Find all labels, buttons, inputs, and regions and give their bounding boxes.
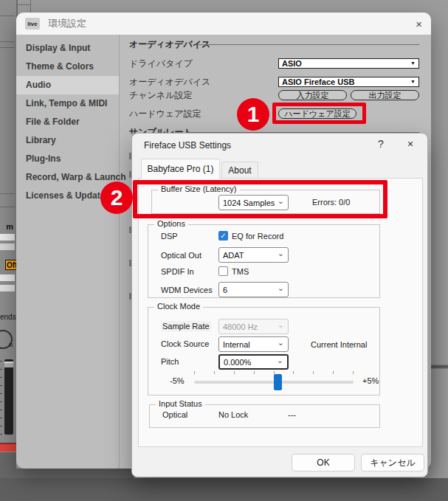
sample-rate-value: 48000 Hz bbox=[223, 322, 258, 331]
pitch-label: Pitch bbox=[161, 356, 179, 367]
fader-tick bbox=[0, 426, 2, 426]
sidebar-item-file-folder[interactable]: File & Folder bbox=[16, 113, 119, 131]
driver-type-dropdown[interactable]: ASIO ▼ bbox=[278, 58, 419, 69]
preferences-sidebar: Display & Input Theme & Colors Audio Lin… bbox=[16, 35, 120, 469]
dialog-title: Fireface USB Settings bbox=[144, 140, 231, 151]
annotation-rect-1 bbox=[272, 103, 366, 124]
audio-device-dropdown[interactable]: ASIO Fireface USB ▼ bbox=[278, 77, 419, 87]
slider-max-label: +5% bbox=[362, 376, 379, 386]
strip-line bbox=[0, 15, 15, 16]
eq-for-record-label: EQ for Record bbox=[232, 231, 283, 241]
strip-line bbox=[0, 207, 15, 207]
slider-min-label: -5% bbox=[170, 376, 185, 386]
input-status-group: Input Status Optical No Lock --- bbox=[149, 404, 380, 428]
fader-tick bbox=[0, 377, 2, 378]
send-knob-label: B bbox=[9, 342, 13, 348]
pitch-slider-thumb[interactable] bbox=[274, 374, 282, 390]
wdm-devices-label: WDM Devices bbox=[161, 285, 213, 295]
audio-device-label: オーディオデバイス bbox=[129, 76, 210, 88]
current-internal-text: Current Internal bbox=[311, 339, 367, 350]
optical-out-value: ADAT bbox=[223, 251, 244, 260]
wdm-devices-dropdown[interactable]: 6 ⌄ bbox=[218, 282, 289, 297]
driver-type-value: ASIO bbox=[282, 59, 302, 68]
tab-about[interactable]: About bbox=[221, 162, 258, 179]
clip-slot-bar[interactable] bbox=[0, 285, 15, 291]
cancel-button[interactable]: キャンセル bbox=[361, 454, 424, 471]
fader-tick bbox=[0, 369, 2, 370]
fader-tick bbox=[0, 434, 2, 435]
volume-fader-cap[interactable] bbox=[4, 362, 13, 367]
close-icon[interactable]: × bbox=[402, 138, 418, 150]
input-status-group-title: Input Status bbox=[156, 399, 205, 408]
clock-mode-group-title: Clock Mode bbox=[154, 302, 203, 311]
channel-config-label: チャンネル設定 bbox=[129, 89, 192, 101]
eq-for-record-checkbox[interactable]: ✓ bbox=[218, 231, 228, 241]
desktop-dark-bottom bbox=[0, 478, 448, 501]
fader-tick bbox=[0, 361, 2, 362]
bg-vline bbox=[30, 0, 31, 13]
options-group: Options DSP ✓ EQ for Record Optical Out … bbox=[148, 224, 380, 298]
wdm-devices-value: 6 bbox=[223, 286, 227, 294]
close-icon[interactable]: × bbox=[416, 18, 422, 30]
annotation-circle-1: 1 bbox=[237, 98, 269, 131]
tms-label: TMS bbox=[232, 266, 249, 277]
volume-fader[interactable] bbox=[4, 359, 13, 435]
input-config-button[interactable]: 入力設定 bbox=[278, 90, 347, 100]
mute-label: m bbox=[0, 222, 13, 231]
help-icon[interactable]: ? bbox=[373, 138, 389, 150]
annotation-circle-2: 2 bbox=[100, 182, 133, 214]
sidebar-item-link-tempo-midi[interactable]: Link, Tempo & MIDI bbox=[16, 94, 119, 113]
live-main-window-strip: m Off ends B bbox=[0, 0, 18, 452]
driver-type-label: ドライバタイプ bbox=[129, 58, 193, 69]
checkmark-icon: ✓ bbox=[220, 232, 226, 240]
clip-slot-bar[interactable] bbox=[0, 274, 15, 281]
strip-line bbox=[0, 193, 15, 194]
sidebar-item-library[interactable]: Library bbox=[16, 131, 119, 150]
tab-babyface-pro[interactable]: Babyface Pro (1) bbox=[141, 159, 220, 179]
fader-tick bbox=[0, 385, 2, 386]
sidebar-item-plugins[interactable]: Plug-Ins bbox=[16, 150, 119, 168]
chevron-down-icon: ⌄ bbox=[278, 249, 284, 258]
chevron-down-icon: ⌄ bbox=[278, 283, 284, 293]
pitch-value: 0.000% bbox=[224, 358, 251, 367]
pitch-dropdown[interactable]: 0.000% ⌄ bbox=[218, 354, 289, 370]
preferences-titlebar: live 環境設定 × bbox=[16, 13, 431, 35]
screenshot-root: m Off ends B live 環境設定 × Display & Input… bbox=[0, 0, 448, 501]
clock-source-dropdown[interactable]: Internal ⌄ bbox=[218, 336, 289, 352]
fader-tick bbox=[0, 410, 2, 410]
spdif-in-label: SPDIF In bbox=[161, 266, 194, 277]
chevron-down-icon: ⌄ bbox=[277, 356, 283, 365]
sends-label: ends bbox=[0, 313, 15, 321]
optical-out-dropdown[interactable]: ADAT ⌄ bbox=[218, 247, 289, 263]
audio-device-value: ASIO Fireface USB bbox=[282, 77, 354, 86]
sidebar-item-audio[interactable]: Audio bbox=[16, 76, 119, 94]
desktop-right-line bbox=[431, 364, 448, 369]
dashes-text: --- bbox=[288, 410, 296, 420]
section-rule bbox=[197, 44, 419, 45]
tms-checkbox[interactable] bbox=[218, 266, 228, 276]
strip-line bbox=[0, 47, 15, 48]
clip-slot-bar[interactable] bbox=[0, 243, 15, 250]
dropdown-arrow-icon: ▼ bbox=[410, 77, 416, 86]
clock-source-label: Clock Source bbox=[161, 339, 209, 349]
sidebar-item-display-input[interactable]: Display & Input bbox=[16, 39, 119, 58]
live-logo-badge: live bbox=[25, 18, 40, 30]
sidebar-item-theme-colors[interactable]: Theme & Colors bbox=[16, 58, 119, 76]
chevron-down-icon: ⌄ bbox=[278, 320, 284, 330]
clip-slot-bar[interactable] bbox=[0, 234, 15, 241]
sample-rate-label: Sample Rate bbox=[161, 321, 211, 331]
hardware-setup-label: ハードウェア設定 bbox=[129, 108, 201, 120]
ok-button[interactable]: OK bbox=[292, 454, 355, 471]
chevron-down-icon: ⌄ bbox=[278, 338, 284, 348]
dropdown-arrow-icon: ▼ bbox=[410, 59, 416, 68]
options-group-title: Options bbox=[154, 219, 188, 228]
optical-status-label: Optical bbox=[162, 410, 187, 420]
fader-tick bbox=[0, 418, 2, 418]
clock-source-value: Internal bbox=[223, 340, 250, 349]
output-config-button[interactable]: 出力設定 bbox=[351, 90, 419, 100]
sidebar-item-record-warp-launch[interactable]: Record, Warp & Launch bbox=[16, 168, 119, 187]
sample-rate-dropdown: 48000 Hz ⌄ bbox=[218, 319, 289, 334]
clock-mode-group: Clock Mode Sample Rate 48000 Hz ⌄ Clock … bbox=[148, 307, 380, 395]
annotation-rect-2 bbox=[133, 180, 387, 218]
no-lock-text: No Lock bbox=[218, 410, 248, 420]
